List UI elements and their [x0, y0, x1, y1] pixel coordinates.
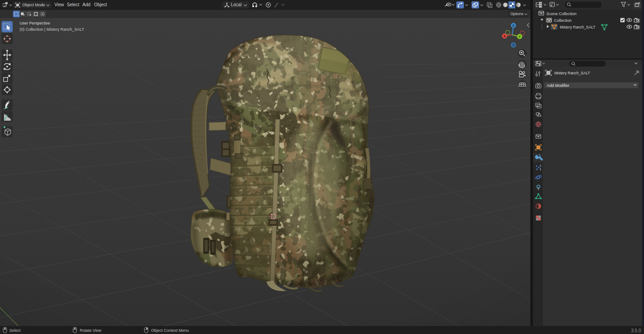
svg-text:Mistery Ranch_SALT: Mistery Ranch_SALT: [560, 25, 595, 29]
svg-text:Rotate View: Rotate View: [80, 328, 102, 333]
svg-text:Scene Collection: Scene Collection: [546, 12, 577, 16]
svg-text:Collection: Collection: [554, 18, 572, 23]
svg-text:3.5.0: 3.5.0: [631, 328, 641, 333]
svg-text:X: X: [503, 34, 506, 38]
svg-text:Object Context Menu: Object Context Menu: [151, 328, 189, 333]
svg-text:Add Modifier: Add Modifier: [547, 83, 570, 88]
svg-text:Mistery Ranch_SALT: Mistery Ranch_SALT: [554, 71, 590, 75]
svg-text:Z: Z: [513, 24, 515, 28]
svg-text:Select: Select: [9, 328, 21, 333]
svg-text:Y: Y: [518, 35, 521, 39]
